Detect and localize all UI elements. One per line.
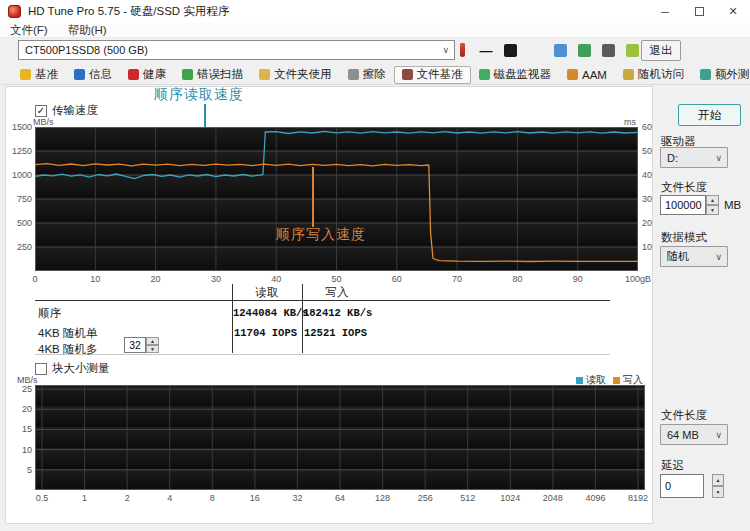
tab-folder-usage[interactable]: 文件夹使用 — [251, 66, 340, 84]
minimize-button[interactable]: ─ — [648, 0, 682, 23]
save-icon[interactable] — [622, 40, 642, 60]
info-icon — [74, 69, 85, 80]
block-x-tick: 1 — [68, 493, 102, 503]
tab-error-scan[interactable]: 错误扫描 — [174, 66, 251, 84]
main-y-tick: 1250 — [4, 146, 32, 156]
maximize-button[interactable] — [682, 0, 716, 23]
main-y-tick: 500 — [4, 218, 32, 228]
main-x-tick: 70 — [440, 274, 474, 284]
screenshot-icon-glyph — [602, 44, 615, 57]
dash-glyph: — — [480, 43, 493, 58]
block-y-tick: 15 — [4, 424, 32, 434]
start-button[interactable]: 开始 — [678, 104, 741, 126]
close-button[interactable]: ✕ — [716, 0, 750, 23]
health-icon — [128, 69, 139, 80]
delay-up-icon[interactable]: ▲ — [712, 474, 724, 486]
tab-label: AAM — [582, 69, 607, 81]
screenshot-icon[interactable] — [598, 40, 618, 60]
file-length-spinner[interactable]: 100000 ▲ ▼ — [660, 195, 719, 215]
error-scan-icon — [182, 69, 193, 80]
legend-swatch — [576, 377, 583, 384]
block-file-length-select[interactable]: 64 MB ∨ — [660, 424, 728, 445]
tab-label: 健康 — [143, 67, 166, 82]
main-y2-tick: 40 — [642, 170, 652, 180]
data-mode-value: 随机 — [667, 249, 689, 264]
copy-icon[interactable] — [550, 40, 570, 60]
read-speed-annotation: 顺序读取速度 — [154, 86, 244, 104]
menu-help[interactable]: 帮助(H) — [58, 23, 117, 38]
main-y-tick: 750 — [4, 194, 32, 204]
delay-spinner[interactable]: 0 ▲ ▼ — [660, 474, 724, 498]
save-icon-glyph — [626, 44, 639, 57]
exit-button[interactable]: 退出 — [641, 40, 681, 61]
block-size-checkbox[interactable] — [35, 363, 47, 375]
temperature-icon[interactable] — [452, 40, 472, 60]
export-icon[interactable] — [574, 40, 594, 60]
clipboard-icon-glyph — [504, 44, 517, 57]
data-mode-select[interactable]: 随机 ∨ — [660, 246, 728, 267]
dash-icon[interactable]: — — [476, 40, 496, 60]
main-x-tick: 50 — [320, 274, 354, 284]
folder-usage-icon — [259, 69, 270, 80]
delay-value[interactable]: 0 — [660, 474, 704, 498]
toolbar: CT500P1SSD8 (500 GB) ∨ —↓ 退出 — [0, 38, 750, 65]
tab-disk-monitor[interactable]: 磁盘监视器 — [471, 66, 560, 84]
device-select[interactable]: CT500P1SSD8 (500 GB) ∨ — [18, 40, 455, 60]
main-x-tick: 40 — [259, 274, 293, 284]
queue-depth-down-icon[interactable]: ▼ — [146, 345, 159, 353]
file-length-up-icon[interactable]: ▲ — [706, 195, 719, 205]
tab-aam[interactable]: AAM — [559, 66, 615, 84]
seq-write-value: 182412 KB/s — [303, 307, 367, 319]
erase-icon — [348, 69, 359, 80]
col-header-write: 写入 — [303, 285, 371, 300]
main-x-tick: 80 — [500, 274, 534, 284]
chevron-down-icon: ∨ — [710, 153, 727, 163]
tab-label: 擦除 — [363, 67, 386, 82]
main-x-tick: 90 — [561, 274, 595, 284]
queue-depth-spinner[interactable]: 32 ▲ ▼ — [124, 337, 159, 353]
legend-swatch — [613, 377, 620, 384]
block-x-tick: 64 — [323, 493, 357, 503]
menu-file[interactable]: 文件(F) — [0, 23, 58, 38]
block-x-tick: 16 — [238, 493, 272, 503]
tab-extra-tests[interactable]: 额外测试 — [692, 66, 750, 84]
main-y-tick: 250 — [4, 242, 32, 252]
block-x-tick: 4 — [153, 493, 187, 503]
hd-tune-window: HD Tune Pro 5.75 - 硬盘/SSD 实用程序 ─ ✕ 文件(F)… — [0, 0, 750, 531]
delay-down-icon[interactable]: ▼ — [712, 486, 724, 498]
tab-erase[interactable]: 擦除 — [340, 66, 394, 84]
tab-info[interactable]: 信息 — [66, 66, 120, 84]
file-length-value[interactable]: 100000 — [660, 195, 706, 215]
queue-depth-up-icon[interactable]: ▲ — [146, 337, 159, 345]
clipboard-icon[interactable] — [500, 40, 520, 60]
transfer-speed-checkbox[interactable]: ✓ — [35, 105, 47, 117]
main-x-tick: 10 — [78, 274, 112, 284]
tab-label: 文件夹使用 — [274, 67, 332, 82]
file-benchmark-icon — [402, 69, 413, 80]
block-x-tick: 0.5 — [25, 493, 59, 503]
queue-depth-value[interactable]: 32 — [124, 337, 146, 353]
chevron-down-icon: ∨ — [710, 252, 727, 262]
tab-label: 基准 — [35, 67, 58, 82]
main-y2-tick: 20 — [642, 218, 652, 228]
temperature-glyph — [460, 43, 465, 57]
tab-benchmark[interactable]: 基准 — [12, 66, 66, 84]
tab-random-access[interactable]: 随机访问 — [615, 66, 692, 84]
4kb-single-write-value: 12521 IOPS — [303, 327, 367, 339]
toolbar-icons: —↓ — [452, 39, 666, 61]
main-x-tick: 0 — [18, 274, 52, 284]
write-speed-annotation: 顺序写入速度 — [276, 226, 366, 244]
table-header-rule — [35, 300, 610, 301]
main-x-tick: 20 — [139, 274, 173, 284]
tab-health[interactable]: 健康 — [120, 66, 174, 84]
transfer-speed-chart — [35, 127, 638, 271]
tab-label: 错误扫描 — [197, 67, 243, 82]
chevron-down-icon: ∨ — [710, 430, 727, 440]
tab-label: 信息 — [89, 67, 112, 82]
file-length-down-icon[interactable]: ▼ — [706, 205, 719, 215]
tab-file-benchmark[interactable]: 文件基准 — [394, 66, 471, 84]
main-y2-tick: 10 — [642, 242, 652, 252]
write-annotation-line — [312, 167, 314, 227]
drive-select[interactable]: D: ∨ — [660, 147, 728, 168]
tab-label: 文件基准 — [417, 67, 463, 82]
